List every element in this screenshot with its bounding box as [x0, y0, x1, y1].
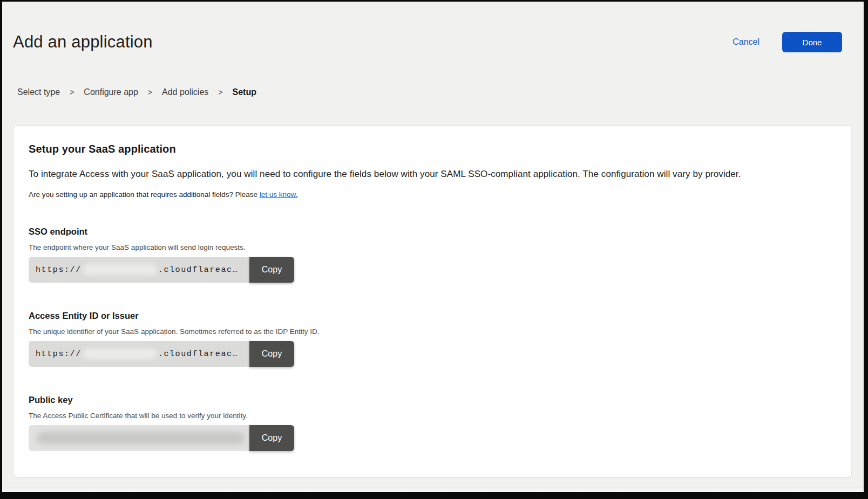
app-background: Add an application Cancel Done Select ty…: [2, 2, 864, 492]
public-key-value: [29, 425, 249, 451]
redacted-value-blur: [83, 348, 157, 359]
breadcrumb-separator: >: [218, 88, 222, 97]
breadcrumb: Select type > Configure app > Add polici…: [17, 87, 864, 97]
setup-card: Setup your SaaS application To integrate…: [13, 125, 852, 477]
breadcrumb-separator: >: [148, 88, 152, 97]
page-header: Add an application Cancel Done: [2, 2, 864, 52]
value-suffix: .cloudflareac…: [158, 265, 238, 275]
page-title: Add an application: [13, 32, 153, 52]
breadcrumb-item-setup: Setup: [233, 87, 256, 97]
entity-id-value-row: https:// .cloudflareac… Copy: [29, 341, 294, 367]
value-prefix: https://: [36, 350, 82, 359]
breadcrumb-item-configure-app[interactable]: Configure app: [84, 87, 138, 97]
field-access-entity-id: Access Entity ID or Issuer The unique id…: [29, 311, 831, 367]
field-sso-endpoint: SSO endpoint The endpoint where your Saa…: [29, 227, 831, 283]
field-description: The unique identifier of your SaaS appli…: [29, 327, 831, 336]
copy-public-key-button[interactable]: Copy: [249, 425, 294, 451]
card-note: Are you setting up an application that r…: [29, 190, 831, 199]
redacted-value-blur: [83, 264, 157, 275]
sso-endpoint-value: https:// .cloudflareac…: [29, 257, 249, 283]
entity-id-value: https:// .cloudflareac…: [29, 341, 249, 367]
field-label: Access Entity ID or Issuer: [29, 311, 831, 321]
breadcrumb-separator: >: [70, 88, 74, 97]
field-description: The endpoint where your SaaS application…: [29, 243, 831, 251]
done-button[interactable]: Done: [782, 32, 842, 52]
card-heading: Setup your SaaS application: [29, 143, 831, 155]
field-public-key: Public key The Access Public Certificate…: [29, 395, 831, 451]
value-suffix: .cloudflareac…: [158, 350, 238, 359]
redacted-value-blur: [37, 432, 245, 444]
header-actions: Cancel Done: [733, 32, 842, 52]
field-label: SSO endpoint: [29, 227, 831, 237]
copy-sso-endpoint-button[interactable]: Copy: [249, 257, 294, 283]
copy-entity-id-button[interactable]: Copy: [249, 341, 294, 367]
cancel-button[interactable]: Cancel: [733, 37, 760, 47]
field-description: The Access Public Certificate that will …: [29, 412, 831, 420]
breadcrumb-item-add-policies[interactable]: Add policies: [162, 87, 208, 97]
screenshot-frame: Add an application Cancel Done Select ty…: [0, 0, 868, 499]
field-label: Public key: [29, 395, 831, 405]
public-key-value-row: Copy: [29, 425, 294, 451]
card-note-text: Are you setting up an application that r…: [29, 190, 260, 199]
sso-endpoint-value-row: https:// .cloudflareac… Copy: [29, 257, 294, 283]
card-intro: To integrate Access with your SaaS appli…: [29, 169, 831, 180]
window-bottom-edge: [2, 487, 864, 492]
value-prefix: https://: [36, 265, 82, 275]
let-us-know-link[interactable]: let us know.: [260, 190, 298, 199]
breadcrumb-item-select-type[interactable]: Select type: [17, 87, 60, 97]
